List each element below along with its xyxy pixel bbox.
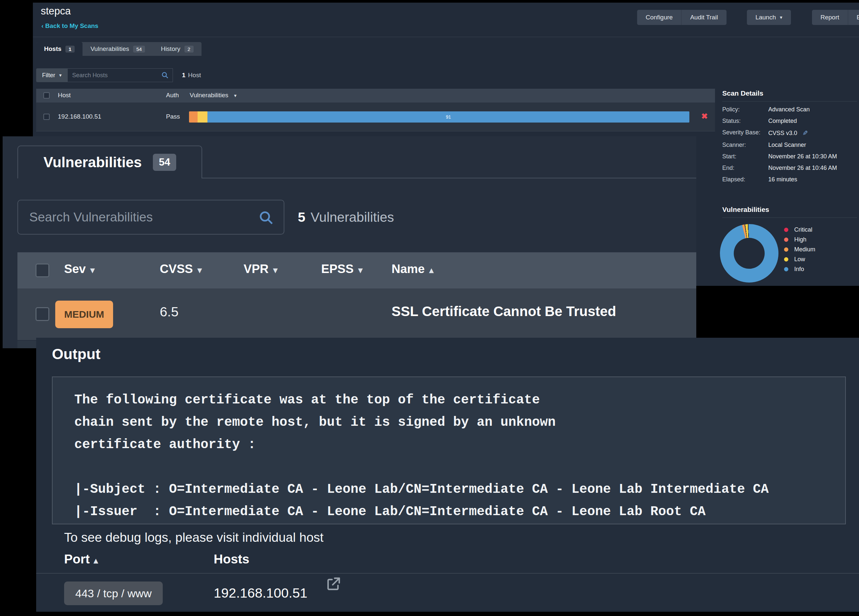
legend-label: Low [794, 256, 805, 263]
port-host-ip: 192.168.100.51 [214, 585, 308, 601]
sort-caret-icon: ▾ [358, 265, 362, 275]
legend-item: Medium [784, 245, 815, 254]
vulnerability-name[interactable]: SSL Certificate Cannot Be Trusted [392, 304, 616, 319]
col-cvss[interactable]: CVSS▾ [160, 262, 202, 276]
vulnerability-row-checkbox[interactable] [36, 307, 49, 321]
legend-dot-info [784, 267, 788, 271]
legend-item: Critical [784, 225, 815, 235]
severity-bar-medium[interactable] [189, 111, 198, 123]
port-badge-label: 443 / tcp / www [75, 587, 151, 600]
audit-trail-button[interactable]: Audit Trail [681, 10, 726, 25]
report-button[interactable]: Report [812, 10, 848, 25]
sort-caret-icon: ▾ [234, 93, 237, 98]
vulnerability-donut-chart[interactable] [720, 224, 778, 282]
vulnerability-row[interactable]: MEDIUM 6.5 SSL Certificate Cannot Be Tru… [17, 289, 696, 340]
certificate-output-text: The following certificate was at the top… [53, 377, 845, 523]
debug-logs-note: To see debug logs, please visit individu… [64, 530, 323, 545]
field-value: Local Scanner [768, 142, 806, 148]
col-sev-label: Sev [64, 262, 86, 276]
tab-hosts[interactable]: Hosts 1 [36, 42, 83, 56]
tab-vulnerabilities-count: 54 [133, 46, 145, 53]
col-epss-label: EPSS [321, 262, 354, 276]
chevron-down-icon: ▾ [59, 72, 62, 78]
severity-bar-info[interactable]: 91 [208, 111, 689, 123]
search-vulnerabilities-input[interactable] [18, 200, 284, 234]
ports-table-divider [36, 573, 859, 574]
legend-item: Low [784, 254, 815, 264]
col-epss[interactable]: EPSS▾ [321, 262, 362, 276]
select-all-checkbox[interactable] [44, 92, 50, 98]
sort-caret-icon: ▾ [273, 265, 278, 275]
field-value: November 26 at 10:30 AM [768, 153, 837, 160]
vulnerability-summary-title: Vulnerabilities [722, 206, 857, 218]
legend-dot-critical [784, 228, 788, 232]
scan-detail-field: Policy: Advanced Scan [722, 106, 857, 113]
host-ip[interactable]: 192.168.100.51 [58, 113, 101, 120]
vulnerabilities-table-header: Sev▾ CVSS▾ VPR▾ EPSS▾ Name▴ [17, 252, 696, 289]
col-port-label: Port [64, 552, 90, 566]
tab-history-count: 2 [184, 46, 194, 53]
export-button[interactable]: Export [848, 10, 859, 25]
field-label: Elapsed: [722, 176, 768, 183]
sort-caret-icon: ▴ [430, 265, 434, 275]
field-value: CVSS v3.0 [768, 130, 797, 137]
plugin-output-panel: Output The following certificate was at … [36, 338, 859, 612]
donut-hole [734, 238, 765, 269]
col-auth[interactable]: Auth [166, 92, 179, 99]
screenshot-canvas: stepca ‹ Back to My Scans Configure Audi… [0, 0, 859, 616]
legend-label: Medium [794, 246, 815, 253]
severity-bar[interactable]: 91 [189, 111, 689, 123]
vulnerabilities-tab[interactable]: Vulnerabilities 54 [17, 145, 202, 178]
col-hosts-label: Hosts [214, 552, 249, 566]
select-all-checkbox[interactable] [36, 264, 49, 277]
host-row[interactable]: 192.168.100.51 Pass 91 ✖ [36, 103, 715, 131]
severity-bar-low[interactable] [198, 111, 208, 123]
configure-button[interactable]: Configure [637, 10, 681, 25]
scan-detail-field: Scanner: Local Scanner [722, 142, 857, 148]
edit-severity-base-icon[interactable]: ✎ [803, 129, 808, 137]
scan-details-title: Scan Details [722, 89, 857, 101]
scan-detail-field: Start: November 26 at 10:30 AM [722, 153, 857, 160]
col-name[interactable]: Name▴ [392, 262, 434, 276]
col-vpr[interactable]: VPR▾ [244, 262, 278, 276]
search-hosts-input[interactable] [68, 68, 173, 82]
header-divider [33, 37, 859, 37]
field-label: Status: [722, 118, 768, 125]
col-vpr-label: VPR [244, 262, 269, 276]
host-row-checkbox[interactable] [44, 114, 50, 120]
col-host[interactable]: Host [58, 92, 71, 99]
scan-detail-field: Elapsed: 16 minutes [722, 176, 857, 183]
field-label: Severity Base: [722, 129, 768, 137]
vulnerability-count-label: Vulnerabilities [311, 210, 394, 225]
hosts-table-header: Host Auth Vulnerabilities ▾ [36, 89, 715, 103]
legend-dot-low [784, 257, 788, 262]
report-export-group: Report Export [812, 10, 859, 25]
col-port[interactable]: Port▴ [64, 552, 98, 566]
back-to-my-scans-link[interactable]: ‹ Back to My Scans [41, 22, 98, 30]
launch-button[interactable]: Launch ▾ [747, 10, 791, 25]
severity-badge: MEDIUM [55, 301, 113, 328]
legend-label: Info [794, 266, 804, 273]
field-value: 16 minutes [768, 176, 797, 183]
tab-hosts-count: 1 [66, 46, 75, 53]
col-sev[interactable]: Sev▾ [64, 262, 95, 276]
legend-label: High [794, 236, 806, 243]
toolbar: Configure Audit Trail Launch ▾ Report Ex… [637, 10, 859, 25]
remove-host-icon[interactable]: ✖ [701, 112, 708, 121]
tab-hosts-label: Hosts [44, 45, 61, 53]
tab-vulnerabilities[interactable]: Vulnerabilities 54 [83, 42, 153, 56]
scan-tabs: Hosts 1 Vulnerabilities 54 History 2 [36, 42, 201, 56]
external-link-icon[interactable] [325, 576, 341, 593]
host-count-number: 1 [182, 72, 186, 78]
col-name-label: Name [392, 262, 425, 276]
page-title: stepca [41, 5, 71, 17]
field-value: Advanced Scan [768, 106, 810, 113]
tab-history[interactable]: History 2 [153, 42, 201, 56]
search-hosts-box [68, 68, 173, 82]
filter-button[interactable]: Filter ▾ [36, 68, 68, 82]
filter-label: Filter [42, 72, 55, 79]
vulnerabilities-tab-label: Vulnerabilities [44, 154, 142, 170]
col-hosts[interactable]: Hosts [214, 552, 249, 566]
col-vulnerabilities[interactable]: Vulnerabilities ▾ [190, 92, 236, 99]
host-auth-status: Pass [166, 113, 180, 120]
